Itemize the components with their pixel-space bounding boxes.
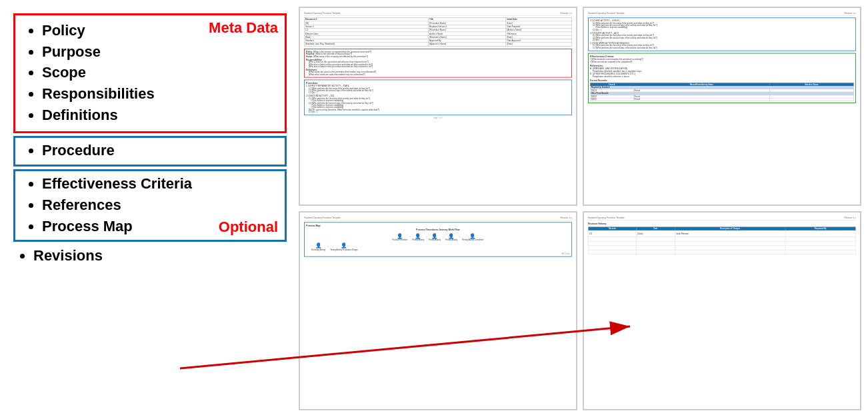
list-item-responsibilities: Responsibilities	[42, 84, 278, 104]
page3-header: Standard Operating Procedure Template Re…	[304, 216, 572, 220]
list-item-effectiveness: Effectiveness Criteria	[42, 174, 278, 194]
list-item-procedure: Procedure	[42, 141, 278, 161]
list-item-scope: Scope	[42, 63, 278, 83]
page2-content: Standard Operating Procedure Template Re…	[584, 8, 860, 185]
revision-row-4	[588, 250, 855, 254]
optional-label: Optional	[219, 218, 278, 236]
page3-content: Standard Operating Procedure Template Re…	[300, 212, 576, 390]
procedure-box: Procedure	[13, 136, 287, 167]
page1-blue-section: Procedure: 1.0 [FIRST PREPARATORY ACTIVI…	[304, 80, 572, 116]
page2-header: Standard Operating Procedure Template Re…	[588, 12, 856, 15]
page1-red-section: Policy: [What is the mission or standard…	[304, 49, 572, 77]
list-item-revisions: Revisions	[33, 247, 287, 264]
meta-data-label: Meta Data	[209, 19, 278, 37]
list-item-references: References	[42, 195, 278, 215]
process-map-box: Process Map: Process Procedures Journey …	[304, 222, 572, 256]
revisions-list: Revisions	[33, 247, 287, 264]
page1-header: Standard Operating Procedure Template Re…	[304, 12, 572, 15]
doc-preview-revision: Standard Operating Procedure Template Re…	[583, 211, 861, 410]
doc-preview-page2: Standard Operating Procedure Template Re…	[583, 7, 861, 206]
list-item-purpose: Purpose	[42, 42, 278, 62]
revision-row-0: 0.0[Date]Initial Release	[588, 230, 855, 237]
page1-content: Standard Operating Procedure Template Re…	[300, 8, 576, 185]
doc-preview-process-map: Standard Operating Procedure Template Re…	[299, 211, 577, 410]
left-panel: Meta Data Policy Purpose Scope Responsib…	[0, 0, 293, 417]
optional-box: Effectiveness Criteria References Proces…	[13, 169, 287, 242]
revision-table: Revision Date Description of Changes Req…	[588, 226, 856, 254]
list-item-definitions: Definitions	[42, 105, 278, 125]
forms-table: Form A Record/Form Activity Name Satisfi…	[590, 83, 854, 101]
page4-header: Standard Operating Procedure Template Re…	[588, 216, 856, 220]
page2-blue-section: 3.0 [THIRD ACTIVITY – CHECK] 3.1 [Who pe…	[588, 17, 856, 51]
doc-preview-page1: Standard Operating Procedure Template Re…	[299, 7, 577, 206]
right-panel: Standard Operating Procedure Template Re…	[293, 0, 868, 417]
procedure-list: Procedure	[22, 141, 278, 161]
page2-green-section: Effectiveness Criteria: • [What measure …	[588, 53, 856, 103]
page1-header-table: Document #TitleInitial Date [ID][Procedu…	[304, 17, 572, 46]
meta-data-box: Meta Data Policy Purpose Scope Responsib…	[13, 13, 287, 133]
page4-content: Standard Operating Procedure Template Re…	[584, 212, 860, 390]
